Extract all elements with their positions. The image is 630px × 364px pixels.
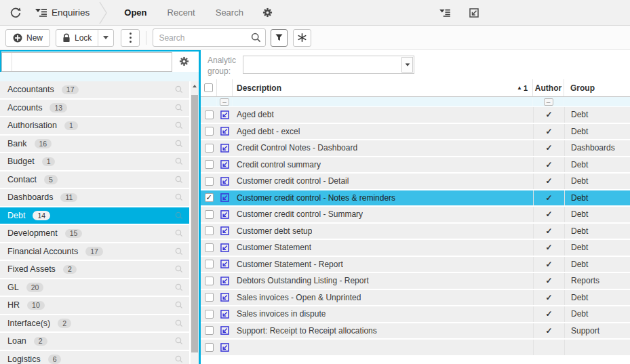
table-row[interactable]: Aged debt ✓ Debt xyxy=(201,107,630,124)
search-icon[interactable] xyxy=(175,265,183,273)
row-checkbox[interactable] xyxy=(205,343,214,352)
saved-filters-button[interactable] xyxy=(439,9,450,17)
header-description-cell[interactable]: Description ▲ 1 xyxy=(233,79,533,96)
search-icon[interactable] xyxy=(175,301,183,309)
sidebar-item-contact[interactable]: Contact 5 xyxy=(0,171,189,188)
row-checkbox[interactable] xyxy=(205,160,214,169)
search-icon[interactable] xyxy=(175,85,183,94)
sidebar-item-financial-accounts[interactable]: Financial Accounts 17 xyxy=(0,243,189,260)
search-icon[interactable] xyxy=(175,121,183,129)
search-icon[interactable] xyxy=(175,355,183,363)
search-icon[interactable] xyxy=(175,283,183,291)
chart-icon[interactable] xyxy=(220,127,229,136)
search-icon[interactable] xyxy=(175,229,183,237)
analytic-group-select[interactable] xyxy=(243,56,414,74)
select-all-checkbox[interactable] xyxy=(204,83,213,92)
filter-minus-button[interactable]: – xyxy=(544,98,553,106)
table-row[interactable]: Customer Statement - Report ✓ Debt xyxy=(201,257,630,274)
table-row[interactable]: Credit Control Notes - Dashboard ✓ Dashb… xyxy=(201,140,630,157)
settings-button[interactable] xyxy=(262,7,273,18)
wildcard-button[interactable] xyxy=(293,29,311,47)
sidebar-item-dashboards[interactable]: Dashboards 11 xyxy=(0,189,189,206)
sidebar-item-hr[interactable]: HR 10 xyxy=(0,297,189,314)
table-row[interactable]: Customer credit control - Detail ✓ Debt xyxy=(201,174,630,190)
header-author-cell[interactable]: Author xyxy=(533,79,564,96)
chart-icon[interactable] xyxy=(220,343,229,352)
row-checkbox[interactable]: ✓ xyxy=(205,193,214,202)
chart-icon[interactable] xyxy=(220,293,229,302)
search-icon[interactable] xyxy=(175,104,183,112)
row-checkbox[interactable] xyxy=(205,310,214,319)
row-checkbox[interactable] xyxy=(205,110,214,119)
chart-icon[interactable] xyxy=(220,326,229,335)
row-checkbox[interactable] xyxy=(205,243,214,252)
row-checkbox[interactable] xyxy=(205,226,214,235)
row-checkbox[interactable] xyxy=(205,210,214,219)
sidebar-item-bank[interactable]: Bank 16 xyxy=(0,136,189,153)
select-caret-button[interactable] xyxy=(401,57,413,73)
search-icon[interactable] xyxy=(175,193,183,201)
new-button[interactable]: New xyxy=(5,29,50,47)
chart-icon[interactable] xyxy=(220,210,229,219)
scroll-up-button[interactable] xyxy=(191,81,199,91)
tab-recent[interactable]: Recent xyxy=(168,7,195,18)
search-icon[interactable] xyxy=(175,140,183,148)
search-input[interactable] xyxy=(153,29,247,46)
chart-icon[interactable] xyxy=(220,226,229,235)
row-checkbox[interactable] xyxy=(205,260,214,268)
row-checkbox[interactable] xyxy=(205,144,214,153)
sidebar-item-accounts[interactable]: Accounts 13 xyxy=(0,100,189,117)
refresh-button[interactable] xyxy=(8,5,23,20)
table-row[interactable]: Aged debt - excel ✓ Debt xyxy=(201,124,630,141)
sidebar-item-accountants[interactable]: Accountants 17 xyxy=(0,81,189,98)
row-checkbox[interactable] xyxy=(205,277,214,285)
sidebar-item-logistics[interactable]: Logistics 6 xyxy=(0,351,189,364)
table-row[interactable]: Sales invoices - Open & Unprinted ✓ Debt xyxy=(201,290,630,307)
chart-icon[interactable] xyxy=(220,110,229,119)
header-group-cell[interactable]: Group xyxy=(564,83,630,93)
open-enquiry-button[interactable] xyxy=(469,8,479,18)
sidebar-item-debt[interactable]: Debt 14 xyxy=(0,207,189,224)
enquiries-menu[interactable]: Enquiries xyxy=(35,7,90,18)
table-row[interactable]: Support: Receipt to Receipt allocations … xyxy=(201,323,630,340)
sidebar-item-authorisation[interactable]: Authorisation 1 xyxy=(0,117,189,134)
search-icon[interactable] xyxy=(175,157,183,165)
row-checkbox[interactable] xyxy=(205,293,214,302)
table-row[interactable]: ✓ Customer credit control - Notes & remi… xyxy=(201,190,630,207)
search-icon[interactable] xyxy=(175,337,183,345)
row-checkbox[interactable] xyxy=(205,326,214,335)
table-row[interactable]: Credit control summary ✓ Debt xyxy=(201,157,630,174)
sidebar-item-loan[interactable]: Loan 2 xyxy=(0,333,189,350)
chart-icon[interactable] xyxy=(220,144,229,153)
filter-toggle-button[interactable] xyxy=(271,29,288,47)
lock-dropdown-button[interactable] xyxy=(98,30,113,46)
chart-icon[interactable] xyxy=(220,160,229,169)
search-icon[interactable] xyxy=(175,211,183,220)
chart-icon[interactable] xyxy=(220,260,229,268)
tab-open[interactable]: Open xyxy=(124,7,146,18)
row-checkbox[interactable] xyxy=(205,177,214,186)
scrollbar-thumb[interactable] xyxy=(191,95,198,352)
row-checkbox[interactable] xyxy=(205,127,214,136)
sidebar-item-fixed-assets[interactable]: Fixed Assets 2 xyxy=(0,261,189,278)
table-row[interactable]: Debtors Outstanding Listing - Report ✓ R… xyxy=(201,273,630,290)
table-row[interactable]: Customer credit control - Summary ✓ Debt xyxy=(201,207,630,224)
lock-button[interactable]: Lock xyxy=(56,30,98,46)
sidebar-item-gl[interactable]: GL 20 xyxy=(0,279,189,296)
chart-icon[interactable] xyxy=(220,193,229,202)
search-icon[interactable] xyxy=(175,319,183,327)
sidebar-settings-button[interactable] xyxy=(179,56,189,66)
filter-description-cell[interactable] xyxy=(233,97,533,106)
chart-icon[interactable] xyxy=(220,277,229,285)
sidebar-item-budget[interactable]: Budget 1 xyxy=(0,153,189,170)
search-icon[interactable] xyxy=(175,176,183,184)
chart-icon[interactable] xyxy=(220,177,229,186)
sidebar-item-development[interactable]: Development 15 xyxy=(0,225,189,242)
filter-minus-button[interactable]: – xyxy=(220,98,229,106)
table-row[interactable]: Customer debt setup ✓ Debt xyxy=(201,224,630,241)
chart-icon[interactable] xyxy=(220,243,229,252)
table-row[interactable]: Sales invoices in dispute ✓ Debt xyxy=(201,306,630,323)
more-options-button[interactable] xyxy=(121,29,140,47)
search-magnifier-button[interactable] xyxy=(247,29,265,46)
search-icon[interactable] xyxy=(175,247,183,256)
